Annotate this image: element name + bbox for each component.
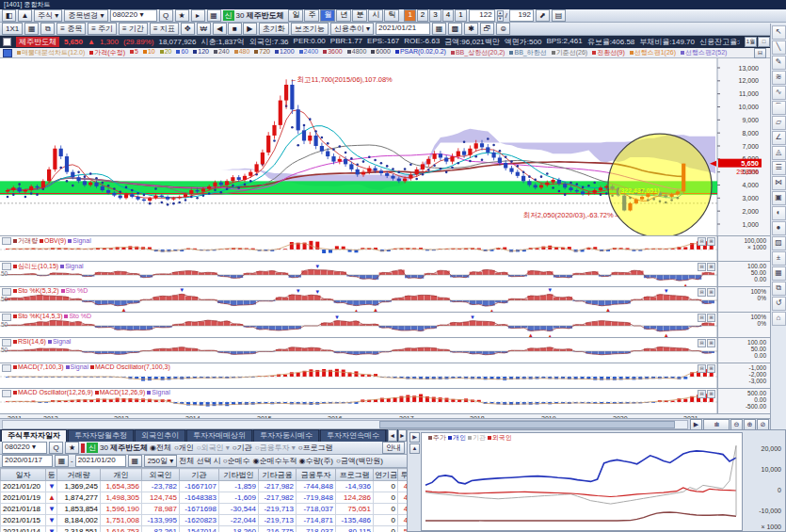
count-button[interactable]: 3 [429, 9, 441, 22]
tab-prev-icon[interactable]: ◂ [388, 429, 397, 442]
draw-tool-icon[interactable]: ∠ [772, 131, 786, 145]
period-button-일[interactable]: 일 [288, 9, 303, 22]
legend-item[interactable]: 10 [143, 48, 155, 57]
period-button-틱[interactable]: 틱 [384, 9, 399, 22]
change-stock-select[interactable]: 종목변경 ▾ [64, 9, 107, 22]
legend-item[interactable]: 1200 [275, 48, 295, 57]
legend-item[interactable]: 가격(수정) [89, 48, 125, 57]
guide-button[interactable]: 안내 [382, 442, 405, 454]
chart-window-button[interactable]: 1월 [745, 37, 757, 47]
bar-count-stepper[interactable]: ▲▼ [497, 10, 504, 21]
checkbox[interactable] [3, 38, 11, 46]
sync-button[interactable]: ≡ 기간 [119, 23, 148, 35]
panel-window-buttons[interactable]: ⊟⊞ [698, 314, 715, 322]
calendar-icon[interactable]: ▦ [55, 455, 69, 467]
draw-tool-icon[interactable]: ≋ [772, 71, 786, 85]
draw-tool-icon[interactable]: ⌂ [772, 312, 786, 326]
draw-tool-icon[interactable]: ▦ [772, 266, 786, 281]
draw-tool-icon[interactable]: ◬ [772, 146, 786, 160]
panel-icon[interactable] [2, 364, 11, 372]
table-header[interactable]: 일자 [1, 469, 46, 481]
help-icon[interactable]: ⊜ [496, 23, 510, 35]
aux-button[interactable]: 보조기능 [291, 23, 329, 35]
indicator-panel[interactable]: ▼▲심리도(10,15) Signal 100.0050.000.00⊟⊞50 [0, 261, 770, 286]
asset-type-select[interactable]: 주식 ▾ [34, 9, 62, 22]
legend-item[interactable]: 120 [193, 48, 209, 57]
legend-item[interactable]: 4800 [347, 48, 367, 57]
radio-외국인[interactable]: ○외국인 ▾ [197, 443, 230, 453]
table-row[interactable]: 2021/01/15▼8,184,0021,751,008-133,995-16… [1, 515, 419, 526]
grid-icon[interactable]: ▦ [207, 9, 221, 22]
panel-window-buttons[interactable]: ⊟⊞ [698, 237, 715, 246]
legend-item[interactable]: BB_하한선 [509, 48, 546, 57]
star-icon[interactable]: ★ [65, 442, 79, 454]
table-header[interactable]: 금융투자 [297, 469, 336, 481]
bottom-code-input[interactable]: 080220 ▾ [2, 442, 47, 454]
legend-item[interactable]: 60 [176, 48, 188, 57]
bottom-tab[interactable]: 주식투자자일자 [1, 429, 67, 442]
panel-window-buttons[interactable]: ⊟⊞ [698, 263, 715, 271]
table-header[interactable]: 연기금등 [374, 469, 398, 481]
next-icon[interactable]: ▸ [191, 9, 205, 22]
radio-기관[interactable]: ○기관 [233, 443, 252, 453]
draw-tool-icon[interactable]: ↖ [772, 25, 786, 40]
draw-tool-icon[interactable]: ∿ [772, 86, 786, 100]
legend-item[interactable]: 기준선(26) [552, 48, 587, 57]
collapse-icon[interactable]: ▲ [409, 443, 420, 454]
radio-순매수누적[interactable]: ◉순매수누적 [253, 456, 297, 466]
reset-button[interactable]: 초기화 [259, 23, 289, 35]
sync-button[interactable]: ≡ 지표 [150, 23, 179, 35]
draw-tool-icon[interactable]: ● [772, 221, 786, 235]
sync-button[interactable]: ≡ 주기 [88, 23, 117, 35]
calendar-icon[interactable]: ▦ [128, 455, 142, 467]
calc-icon[interactable]: ▩ [448, 23, 462, 35]
legend-item[interactable]: 전환선(9) [592, 48, 625, 57]
bottom-tab[interactable]: 외국인추이 [135, 429, 185, 442]
table-row[interactable]: 2021/01/18▼1,853,8541,596,19078,987-1671… [1, 504, 419, 515]
indicator-panel[interactable]: MACD Oscillator(12,26,9) MACD(12,26,9) S… [0, 388, 770, 413]
table-row[interactable]: 2021/01/19▲1,874,2771,498,305124,745-164… [1, 492, 419, 504]
table-row[interactable]: 2021/01/20▼1,369,2451,654,356-23,782-166… [1, 481, 419, 492]
indicator-panel[interactable]: RSI(14,6) Signal 100.0050.000.00⊟⊞50 [0, 337, 770, 363]
draw-tool-icon[interactable]: ╲ [772, 40, 786, 55]
chart-scrollbar[interactable] [2, 420, 688, 429]
panel-icon[interactable] [2, 237, 11, 245]
date-to-input[interactable]: 2021/01/20 [75, 455, 126, 467]
bottom-tab[interactable]: 투자자당월추정 [68, 429, 134, 442]
period-button-시[interactable]: 시 [368, 9, 383, 22]
range-select[interactable]: 250일 ▾ [144, 455, 178, 467]
layout-button[interactable]: 1X1 [2, 23, 23, 35]
draw-tool-icon[interactable]: ↺ [772, 297, 786, 311]
panel-icon[interactable] [2, 288, 11, 296]
playback-icon[interactable]: ◀ [213, 23, 227, 35]
bottom-tab[interactable]: 투자자동시매수 [253, 429, 319, 442]
draw-tool-icon[interactable]: ▱ [772, 116, 786, 130]
legend-item[interactable]: 선행스팬2(52) [681, 48, 727, 57]
radio-수량(주)[interactable]: ◉수량(주) [299, 456, 333, 466]
draw-tool-icon[interactable]: ✎ [772, 56, 786, 70]
draw-tool-icon[interactable]: ± [772, 251, 786, 266]
table-header[interactable]: 프로그램 [336, 469, 374, 481]
table-header[interactable]: 등 [46, 469, 57, 481]
indicator-panel[interactable]: MACD(7,100,3) Signal MACD Oscillator(7,1… [0, 363, 770, 388]
sync-button[interactable]: ≡ 종목 [56, 23, 86, 35]
search-icon[interactable]: Q [159, 9, 173, 22]
panel-icon[interactable] [2, 263, 11, 270]
panel-window-buttons[interactable]: ⊟⊞ [698, 364, 715, 373]
period-button-주[interactable]: 주 [304, 9, 319, 22]
indicator-panel[interactable]: ▼▼▲▲▲Sto %K(14,5,3) Sto %D 100%0%⊟⊞50 [0, 312, 770, 337]
draw-tool-icon[interactable]: ⌒ [772, 101, 786, 115]
radio-금융투자[interactable]: ○금융투자 ▾ [255, 443, 296, 453]
legend-item[interactable]: 선행스팬1(26) [630, 48, 676, 57]
legend-item[interactable]: 240 [214, 48, 230, 57]
panel-window-buttons[interactable]: ⊟⊞ [698, 288, 715, 297]
search-icon[interactable]: Q [49, 442, 63, 454]
radio-금액(백만원)[interactable]: ○금액(백만원) [336, 456, 383, 466]
up-icon[interactable]: ▲ [18, 9, 32, 22]
bottom-tab[interactable]: 투자자연속매수 [320, 429, 386, 442]
draw-tool-icon[interactable]: ⋈ [772, 176, 786, 190]
table-header[interactable]: 기타금융 [259, 469, 297, 481]
draw-tool-icon[interactable]: ◐ [772, 206, 786, 220]
table-header[interactable]: 거래량 [57, 469, 101, 481]
legend-item[interactable]: 6000 [371, 48, 391, 57]
